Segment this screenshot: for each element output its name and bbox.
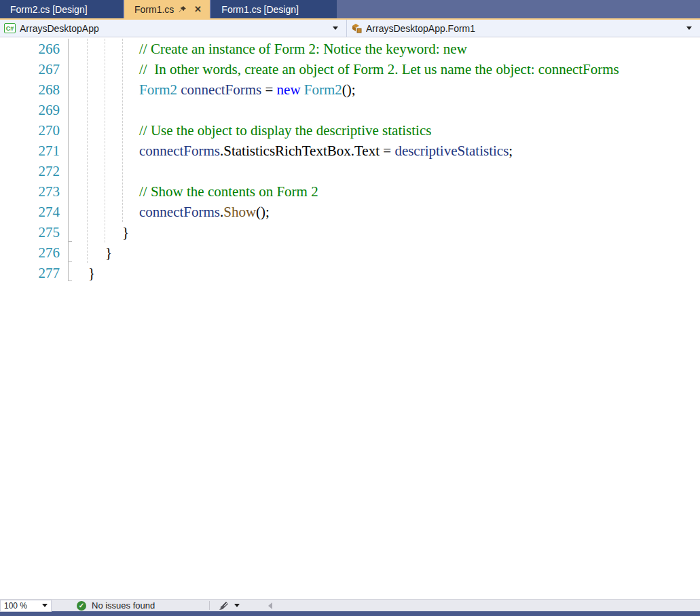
code-line[interactable]: 275} — [0, 222, 700, 242]
code-cleanup-button[interactable] — [218, 601, 240, 611]
code-line[interactable]: 273// Show the contents on Form 2 — [0, 181, 700, 202]
tab-form1-active[interactable]: Form1.cs ✕ — [124, 0, 210, 18]
line-number[interactable]: 270 — [0, 120, 60, 141]
tab-form2-design[interactable]: Form2.cs [Design] — [0, 0, 123, 18]
class-icon — [351, 23, 362, 33]
code-text: connectForms.StatisticsRichTextBox.Text … — [139, 141, 513, 161]
separator — [209, 601, 210, 610]
line-number[interactable]: 274 — [0, 202, 60, 222]
health-label: No issues found — [92, 600, 155, 611]
navigation-bar: C# ArraysDesktopApp ArraysDesktopApp.For… — [0, 20, 700, 37]
code-line[interactable]: 274connectForms.Show(); — [0, 202, 700, 222]
code-line[interactable]: 269 — [0, 100, 700, 120]
code-line[interactable]: 268Form2 connectForms = new Form2(); — [0, 79, 700, 100]
code-line[interactable]: 272 — [0, 161, 700, 181]
code-text: // In other words, create an object of F… — [139, 59, 619, 79]
pushpin-glyph — [179, 5, 187, 14]
type-dropdown[interactable]: ArraysDesktopApp.Form1 — [347, 20, 700, 37]
chevron-down-icon — [234, 604, 240, 607]
status-bar-strip — [0, 611, 700, 616]
document-health-indicator[interactable]: ✓ No issues found — [77, 600, 155, 611]
line-number[interactable]: 272 — [0, 161, 60, 181]
chevron-down-icon — [333, 26, 338, 30]
code-text: connectForms.Show(); — [139, 202, 270, 222]
code-text: } — [122, 222, 129, 242]
code-text: } — [105, 242, 112, 263]
line-number[interactable]: 276 — [0, 242, 60, 263]
chevron-down-icon — [42, 604, 48, 607]
code-text: // Create an instance of Form 2: Notice … — [139, 39, 467, 59]
line-number[interactable]: 273 — [0, 181, 60, 202]
tab-label: Form2.cs [Design] — [10, 4, 88, 15]
line-number[interactable]: 268 — [0, 79, 60, 100]
code-line[interactable]: 276} — [0, 242, 700, 263]
chevron-down-icon — [686, 26, 692, 30]
code-line[interactable]: 266// Create an instance of Form 2: Noti… — [0, 39, 700, 59]
code-text: // Show the contents on Form 2 — [139, 181, 318, 202]
code-editor[interactable]: 266// Create an instance of Form 2: Noti… — [0, 37, 700, 599]
pin-icon[interactable] — [177, 3, 189, 16]
line-number[interactable]: 269 — [0, 100, 60, 120]
code-lines: 266// Create an instance of Form 2: Noti… — [0, 39, 700, 283]
document-tab-bar: Form2.cs [Design] Form1.cs ✕ Form1.cs [D… — [0, 0, 700, 18]
line-number[interactable]: 275 — [0, 222, 60, 242]
tab-label: Form1.cs [Design] — [221, 4, 299, 15]
code-text: Form2 connectForms = new Form2(); — [139, 79, 356, 100]
code-cleanup-broom-icon — [218, 601, 229, 611]
editor-bottom-bar: 100 % ✓ No issues found — [0, 599, 700, 611]
line-number[interactable]: 267 — [0, 59, 60, 79]
code-line[interactable]: 277} — [0, 263, 700, 283]
tab-form1-design[interactable]: Form1.cs [Design] — [211, 0, 337, 18]
code-line[interactable]: 271connectForms.StatisticsRichTextBox.Te… — [0, 141, 700, 161]
hscroll-left-arrow[interactable] — [268, 602, 272, 609]
code-text: } — [88, 263, 95, 283]
line-number[interactable]: 266 — [0, 39, 60, 59]
type-dropdown-value: ArraysDesktopApp.Form1 — [366, 23, 686, 34]
code-text: // Use the object to display the descrip… — [139, 120, 431, 141]
code-line[interactable]: 270// Use the object to display the desc… — [0, 120, 700, 141]
zoom-level-dropdown[interactable]: 100 % — [0, 600, 52, 612]
project-dropdown-value: ArraysDesktopApp — [20, 23, 333, 34]
check-circle-icon: ✓ — [77, 601, 86, 611]
line-number[interactable]: 277 — [0, 263, 60, 283]
tab-label: Form1.cs — [134, 4, 174, 15]
close-icon[interactable]: ✕ — [191, 3, 204, 16]
csharp-project-icon: C# — [4, 23, 16, 33]
zoom-level-value: 100 % — [4, 601, 42, 611]
code-line[interactable]: 267// In other words, create an object o… — [0, 59, 700, 79]
line-number[interactable]: 271 — [0, 141, 60, 161]
project-dropdown[interactable]: C# ArraysDesktopApp — [0, 20, 347, 37]
